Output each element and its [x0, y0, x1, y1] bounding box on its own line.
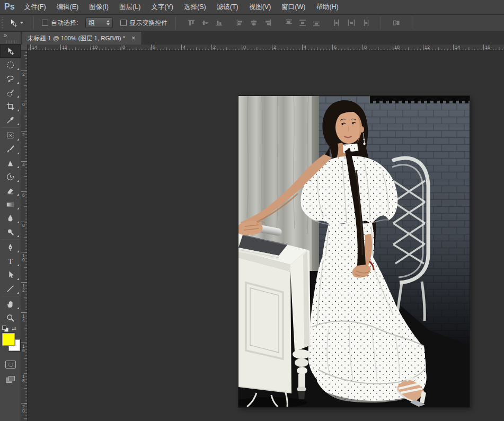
distribute-left-edges-button[interactable]	[332, 17, 343, 28]
distribute-horizontal-centers-button[interactable]	[346, 17, 357, 28]
hand-tool[interactable]	[0, 297, 21, 311]
tool-preset-caret-icon[interactable]	[20, 22, 23, 24]
tool-flyout-icon	[17, 138, 19, 141]
align-vertical-centers-button[interactable]	[199, 17, 211, 28]
options-bar-grip[interactable]	[2, 16, 3, 29]
eyedropper-tool[interactable]	[0, 113, 21, 127]
ruler-label: 10	[92, 45, 98, 50]
tool-flyout-icon	[17, 166, 19, 168]
path-selection-tool[interactable]	[0, 268, 21, 282]
menu-file[interactable]: 文件(F)	[19, 0, 51, 14]
distribute-bottom-edges-button[interactable]	[311, 17, 322, 28]
separator	[33, 16, 34, 29]
ruler-tick	[21, 222, 27, 222]
tool-flyout-icon	[17, 109, 19, 111]
document-canvas[interactable]	[238, 96, 470, 407]
photo-content	[238, 96, 470, 407]
menu-window[interactable]: 窗口(W)	[276, 0, 311, 14]
ruler-label: 4	[304, 45, 306, 50]
lasso-tool-icon	[6, 74, 15, 83]
tab-close-button[interactable]: ×	[130, 34, 136, 42]
ruler-label: 1 2	[22, 284, 25, 292]
distribute-top-edges-button[interactable]	[283, 17, 295, 28]
show-transform-option: 显示变换控件	[120, 19, 167, 28]
lasso-tool[interactable]	[0, 72, 21, 85]
separator	[381, 16, 381, 29]
ruler-label: 10	[394, 45, 400, 50]
menu-layer[interactable]: 图层(L)	[114, 0, 146, 14]
tools-panel: » T ⇄	[0, 32, 21, 421]
menu-view[interactable]: 视图(V)	[244, 0, 277, 14]
show-transform-checkbox[interactable]	[120, 20, 127, 26]
tool-flyout-icon	[17, 180, 19, 182]
gradient-tool[interactable]	[0, 197, 21, 211]
distribute-right-edges-button[interactable]	[359, 17, 371, 28]
ruler-tick	[151, 45, 152, 50]
ruler-label: 8	[122, 45, 125, 50]
menu-help[interactable]: 帮助(H)	[311, 0, 343, 14]
auto-select-option: 自动选择:	[42, 19, 78, 28]
align-left-edges-button[interactable]	[234, 17, 246, 28]
tool-flyout-icon	[17, 307, 19, 309]
menu-select[interactable]: 选择(S)	[179, 0, 211, 14]
default-colors-icon[interactable]	[2, 326, 8, 332]
tools-panel-grip[interactable]	[5, 40, 16, 43]
auto-select-target-dropdown[interactable]: 组	[85, 17, 113, 28]
menu-items: 文件(F)编辑(E)图像(I)图层(L)文字(Y)选择(S)滤镜(T)视图(V)…	[19, 0, 344, 14]
align-group	[332, 17, 371, 28]
ruler-label: 6	[153, 45, 155, 50]
auto-select-target-value: 组	[89, 19, 95, 28]
crop-tool[interactable]	[0, 99, 21, 113]
horizontal-type-tool[interactable]: T	[0, 254, 21, 268]
tool-flyout-icon	[17, 235, 19, 237]
options-bar: 自动选择: 组 显示变换控件	[0, 15, 504, 31]
ruler-label: 8	[22, 223, 25, 227]
history-brush-tool[interactable]	[0, 170, 21, 183]
line-tool[interactable]	[0, 282, 21, 295]
document-tab-title: 未标题-1 @ 100% (图层 1, RGB/8) *	[28, 34, 125, 42]
ruler-tick	[21, 131, 27, 131]
ruler-tick	[21, 161, 27, 162]
menu-image[interactable]: 图像(I)	[84, 0, 114, 14]
tool-flyout-icon	[17, 82, 19, 84]
pen-tool[interactable]	[0, 240, 21, 254]
brush-tool-icon	[6, 145, 15, 154]
swap-colors-icon[interactable]: ⇄	[12, 326, 18, 332]
menu-type[interactable]: 文字(Y)	[146, 0, 179, 14]
foreground-color-swatch[interactable]	[2, 333, 15, 346]
vertical-ruler[interactable]: 2024681 01 21 41 61 82 0	[21, 51, 28, 421]
ruler-label: 2	[213, 45, 216, 50]
align-right-edges-button[interactable]	[262, 17, 273, 28]
clone-stamp-tool[interactable]	[0, 156, 21, 170]
brush-tool[interactable]	[0, 142, 21, 156]
auto-select-checkbox[interactable]	[42, 20, 48, 26]
quick-selection-tool[interactable]	[0, 85, 21, 99]
quick-mask-mode-button[interactable]	[5, 361, 16, 369]
collapse-panel-button[interactable]: »	[0, 32, 21, 40]
zoom-tool[interactable]	[0, 311, 21, 324]
ruler-label: 0	[243, 45, 246, 50]
blur-tool[interactable]	[0, 211, 21, 225]
screen-mode-button[interactable]	[6, 376, 15, 383]
canvas-pasteboard[interactable]	[28, 51, 504, 421]
distribute-vertical-centers-button[interactable]	[297, 17, 308, 28]
dodge-tool[interactable]	[0, 225, 21, 239]
align-bottom-edges-button[interactable]	[213, 17, 225, 28]
ruler-tick	[21, 373, 27, 373]
tool-flyout-icon	[17, 95, 19, 98]
elliptical-marquee-tool[interactable]	[0, 58, 21, 72]
ruler-tick	[211, 45, 212, 50]
tool-flyout-icon	[17, 123, 19, 125]
align-horizontal-centers-button[interactable]	[248, 17, 260, 28]
ruler-label: 14	[455, 45, 460, 50]
ruler-label: 1 8	[22, 374, 25, 383]
align-top-edges-button[interactable]	[185, 17, 197, 28]
spot-healing-brush-tool[interactable]	[0, 128, 21, 142]
eraser-tool[interactable]	[0, 183, 21, 197]
document-tab[interactable]: 未标题-1 @ 100% (图层 1, RGB/8) * ×	[22, 32, 142, 45]
move-tool[interactable]	[0, 44, 21, 58]
auto-align-layers-button[interactable]	[391, 17, 402, 28]
menu-filter[interactable]: 滤镜(T)	[211, 0, 244, 14]
menu-edit[interactable]: 编辑(E)	[51, 0, 84, 14]
horizontal-ruler[interactable]: 14121086420246810121416	[28, 45, 504, 51]
